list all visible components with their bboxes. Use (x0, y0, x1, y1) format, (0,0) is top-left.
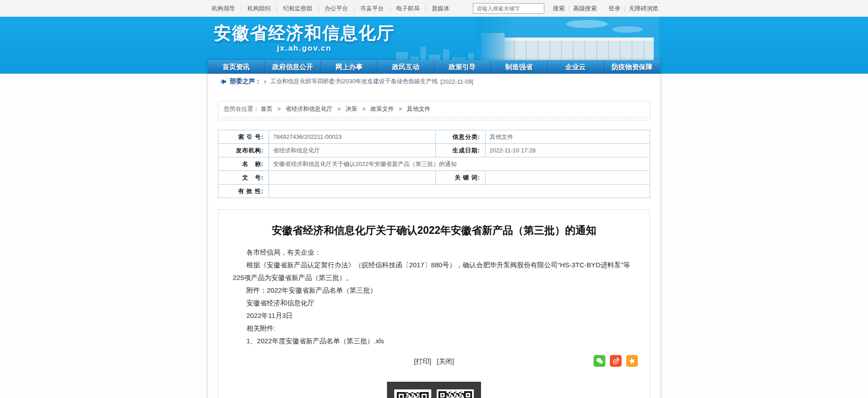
qr-code (394, 389, 431, 398)
meta-value: 784927436/202211-00023 (269, 130, 436, 144)
meta-value: 安徽省经济和信息化厅关于确认2022年安徽省新产品（第三批）的通知 (269, 157, 650, 171)
top-utility-bar: 机构领导 机构组织 纪检监察组 办公平台 市县平台 电子邮局 新媒体 搜索 高级… (0, 0, 868, 17)
article-signature: 安徽省经济和信息化厅 (233, 297, 635, 309)
nav-tab-epidemic[interactable]: 防疫物资保障 (604, 60, 660, 74)
breadcrumb-separator: > (362, 105, 366, 112)
breadcrumb-link-decision[interactable]: 决策 (345, 105, 357, 112)
close-button[interactable]: [关闭] (437, 357, 454, 365)
nav-tab-online[interactable]: 网上办事 (321, 60, 377, 74)
favorite-share-button[interactable] (626, 355, 638, 367)
meta-value (486, 171, 650, 185)
table-row: 文 号: 关 键 词: (218, 171, 650, 185)
article-date: 2022年11月3日 (233, 309, 635, 322)
wechat-icon (595, 357, 604, 365)
advanced-search-link[interactable]: 高级搜索 (569, 5, 601, 12)
topbar-link[interactable]: 纪检监察组 (277, 5, 319, 12)
nav-tab-cloud[interactable]: 企业云 (547, 60, 604, 74)
topbar-link[interactable]: 机构组织 (241, 5, 277, 12)
meta-label: 有 效 性: (218, 185, 269, 198)
main-navigation: 首页资讯 政府信息公开 网上办事 政民互动 政策引导 制造强省 企业云 防疫物资… (208, 60, 660, 74)
topbar-link[interactable]: 新媒体 (426, 5, 455, 12)
breadcrumb-link-home[interactable]: 首页 (261, 105, 273, 112)
main-column: 首页资讯 政府信息公开 网上办事 政民互动 政策引导 制造强省 企业云 防疫物资… (208, 60, 660, 398)
article-paragraph: 附件：2022年安徽省新产品名单（第三批） (233, 284, 635, 297)
breadcrumb-link-department[interactable]: 省经济和信息化厅 (285, 105, 332, 112)
accessibility-link[interactable]: 无障碍浏览 (625, 5, 662, 12)
dashed-divider (222, 117, 646, 118)
breadcrumb-separator: > (337, 105, 341, 112)
topbar-link[interactable]: 办公平台 (319, 5, 354, 12)
related-attachments-label: 相关附件: (233, 322, 635, 335)
share-bar (594, 355, 638, 367)
table-row: 发布机构: 省经济和信息化厅 生成日期: 2022-11-10 17:28 (218, 144, 650, 157)
ticker-date: [2022-11-09] (440, 78, 473, 85)
nav-tab-interaction[interactable]: 政民互动 (377, 60, 434, 74)
document-meta-table: 索 引 号: 784927436/202211-00023 信息分类: 其他文件… (218, 130, 650, 198)
meta-value (269, 171, 436, 185)
meta-value: 省经济和信息化厅 (269, 144, 436, 157)
search-input[interactable] (473, 3, 544, 14)
meta-label: 索 引 号: (218, 130, 269, 144)
qr-code (437, 389, 474, 398)
page-title: 安徽省经济和信息化厅关于确认2022年安徽省新产品（第三批）的通知 (236, 223, 632, 237)
topbar-link[interactable]: 机构领导 (206, 5, 241, 12)
article-paragraph: 根据《安徽省新产品认定暂行办法》（皖经信科技函〔2017〕880号），确认合肥华… (233, 259, 635, 284)
search-button[interactable]: 搜索 (549, 5, 569, 12)
table-row: 索 引 号: 784927436/202211-00023 信息分类: 其他文件 (218, 130, 650, 144)
meta-label: 文 号: (218, 171, 269, 185)
breadcrumb-link-other-files[interactable]: 其他文件 (407, 105, 430, 112)
ticker-label: 部委之声： (230, 77, 261, 85)
breadcrumb-prefix: 您所在位置： (224, 105, 259, 112)
meta-value (269, 185, 650, 198)
chevron-right-icon: › (264, 78, 266, 85)
meta-label: 名 称: (218, 157, 269, 171)
weibo-icon (612, 357, 620, 365)
ticker-headline-link[interactable]: 工业和信息化部等四部委:到2030年改造建设千条绿色低碳生产线 (270, 77, 438, 85)
meta-label: 关 键 词: (436, 171, 486, 185)
nav-tab-manufacture[interactable]: 制造强省 (491, 60, 547, 74)
meta-label: 生成日期: (436, 144, 486, 157)
breadcrumb-separator: > (399, 105, 402, 112)
star-icon (627, 356, 637, 365)
nav-tab-home[interactable]: 首页资讯 (208, 60, 264, 74)
breadcrumb: 您所在位置： 首页 > 省经济和信息化厅 > 决策 > 政策文件 > 其他文件 (218, 101, 650, 120)
meta-value: 其他文件 (486, 130, 650, 144)
table-row: 名 称: 安徽省经济和信息化厅关于确认2022年安徽省新产品（第三批）的通知 (218, 157, 650, 171)
article: 安徽省经济和信息化厅关于确认2022年安徽省新产品（第三批）的通知 各市经信局，… (218, 209, 650, 398)
nav-tab-info-public[interactable]: 政府信息公开 (264, 60, 321, 74)
qr-panel (387, 382, 481, 398)
site-url: jx.ah.gov.cn (214, 44, 395, 53)
topbar-links: 机构领导 机构组织 纪检监察组 办公平台 市县平台 电子邮局 新媒体 (206, 5, 455, 12)
topbar-link[interactable]: 电子邮局 (390, 5, 426, 12)
print-button[interactable]: [打印] (414, 357, 431, 365)
breadcrumb-link-policy-files[interactable]: 政策文件 (370, 105, 394, 112)
meta-label: 发布机构: (218, 144, 269, 157)
login-link[interactable]: 登录 (604, 5, 625, 12)
wechat-share-button[interactable] (594, 355, 605, 367)
meta-value: 2022-11-10 17:28 (486, 144, 650, 157)
news-ticker: 部委之声： › 工业和信息化部等四部委:到2030年改造建设千条绿色低碳生产线 … (208, 74, 660, 89)
megaphone-icon (220, 78, 226, 85)
topbar-link[interactable]: 市县平台 (354, 5, 390, 12)
meta-label: 信息分类: (436, 130, 486, 144)
nav-tab-policy[interactable]: 政策引导 (434, 60, 491, 74)
attachment-file-link[interactable]: 1、2022年度安徽省新产品名单（第三批）.xls (246, 337, 384, 345)
weibo-share-button[interactable] (610, 355, 622, 367)
article-paragraph: 各市经信局，有关企业： (233, 246, 635, 259)
site-title: 安徽省经济和信息化厅 (214, 23, 395, 43)
table-row: 有 效 性: (218, 185, 650, 198)
breadcrumb-separator: > (277, 105, 281, 112)
